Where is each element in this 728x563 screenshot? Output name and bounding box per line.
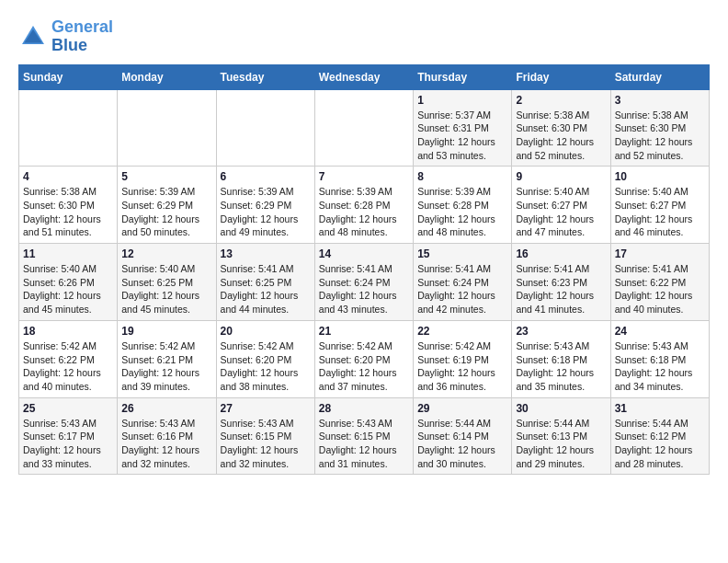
calendar-cell: 4Sunrise: 5:38 AMSunset: 6:30 PMDaylight…	[19, 167, 118, 244]
day-info: Sunrise: 5:43 AMSunset: 6:15 PMDaylight:…	[319, 417, 409, 471]
day-info: Sunrise: 5:42 AMSunset: 6:22 PMDaylight:…	[23, 339, 113, 394]
day-number: 5	[121, 170, 211, 183]
day-info: Sunrise: 5:39 AMSunset: 6:29 PMDaylight:…	[121, 185, 211, 239]
calendar-cell	[314, 89, 413, 167]
logo-icon	[18, 22, 48, 52]
calendar-cell: 30Sunrise: 5:44 AMSunset: 6:13 PMDayligh…	[512, 397, 610, 475]
calendar-cell: 2Sunrise: 5:38 AMSunset: 6:30 PMDaylight…	[512, 89, 610, 167]
day-info: Sunrise: 5:40 AMSunset: 6:25 PMDaylight:…	[121, 262, 211, 316]
day-info: Sunrise: 5:39 AMSunset: 6:29 PMDaylight:…	[221, 185, 311, 239]
calendar-cell	[19, 89, 118, 167]
weekday-header: Sunday	[19, 64, 118, 89]
day-number: 11	[23, 247, 113, 260]
day-info: Sunrise: 5:44 AMSunset: 6:13 PMDaylight:…	[516, 417, 606, 471]
calendar-cell: 29Sunrise: 5:44 AMSunset: 6:14 PMDayligh…	[414, 397, 512, 475]
day-info: Sunrise: 5:42 AMSunset: 6:19 PMDaylight:…	[417, 339, 507, 394]
calendar-cell: 6Sunrise: 5:39 AMSunset: 6:29 PMDaylight…	[216, 167, 314, 244]
calendar-week-row: 25Sunrise: 5:43 AMSunset: 6:17 PMDayligh…	[19, 397, 710, 475]
day-info: Sunrise: 5:41 AMSunset: 6:25 PMDaylight:…	[221, 262, 311, 316]
day-info: Sunrise: 5:43 AMSunset: 6:15 PMDaylight:…	[221, 417, 311, 471]
day-info: Sunrise: 5:42 AMSunset: 6:20 PMDaylight:…	[319, 339, 409, 394]
weekday-header-row: SundayMondayTuesdayWednesdayThursdayFrid…	[19, 64, 710, 89]
day-number: 18	[23, 325, 113, 338]
day-info: Sunrise: 5:41 AMSunset: 6:24 PMDaylight:…	[319, 262, 409, 316]
page-header: General Blue	[18, 18, 710, 55]
day-number: 17	[615, 247, 705, 260]
day-number: 22	[417, 325, 507, 338]
weekday-header: Friday	[512, 64, 610, 89]
day-number: 4	[23, 170, 113, 183]
day-info: Sunrise: 5:44 AMSunset: 6:12 PMDaylight:…	[615, 417, 705, 471]
calendar-cell: 24Sunrise: 5:43 AMSunset: 6:18 PMDayligh…	[610, 320, 709, 397]
day-number: 8	[417, 170, 507, 183]
calendar-week-row: 18Sunrise: 5:42 AMSunset: 6:22 PMDayligh…	[19, 320, 710, 397]
day-info: Sunrise: 5:43 AMSunset: 6:18 PMDaylight:…	[516, 339, 606, 394]
weekday-header: Wednesday	[314, 64, 413, 89]
calendar-cell: 18Sunrise: 5:42 AMSunset: 6:22 PMDayligh…	[19, 320, 118, 397]
day-number: 30	[516, 402, 606, 415]
calendar-cell	[118, 89, 216, 167]
calendar-cell: 9Sunrise: 5:40 AMSunset: 6:27 PMDaylight…	[512, 167, 610, 244]
day-info: Sunrise: 5:39 AMSunset: 6:28 PMDaylight:…	[319, 185, 409, 239]
weekday-header: Thursday	[414, 64, 512, 89]
day-info: Sunrise: 5:42 AMSunset: 6:21 PMDaylight:…	[121, 339, 211, 394]
day-number: 24	[615, 325, 705, 338]
day-number: 25	[23, 402, 113, 415]
calendar-cell: 8Sunrise: 5:39 AMSunset: 6:28 PMDaylight…	[414, 167, 512, 244]
calendar-cell: 22Sunrise: 5:42 AMSunset: 6:19 PMDayligh…	[414, 320, 512, 397]
day-number: 10	[615, 170, 705, 183]
day-number: 12	[121, 247, 211, 260]
day-number: 3	[615, 94, 705, 107]
calendar-table: SundayMondayTuesdayWednesdayThursdayFrid…	[18, 64, 710, 476]
calendar-header: SundayMondayTuesdayWednesdayThursdayFrid…	[19, 64, 710, 89]
calendar-week-row: 11Sunrise: 5:40 AMSunset: 6:26 PMDayligh…	[19, 244, 710, 321]
day-info: Sunrise: 5:40 AMSunset: 6:26 PMDaylight:…	[23, 262, 113, 316]
day-info: Sunrise: 5:42 AMSunset: 6:20 PMDaylight:…	[221, 339, 311, 394]
day-info: Sunrise: 5:40 AMSunset: 6:27 PMDaylight:…	[516, 185, 606, 239]
calendar-cell: 13Sunrise: 5:41 AMSunset: 6:25 PMDayligh…	[216, 244, 314, 321]
day-number: 31	[615, 402, 705, 415]
day-info: Sunrise: 5:41 AMSunset: 6:22 PMDaylight:…	[615, 262, 705, 316]
calendar-cell: 14Sunrise: 5:41 AMSunset: 6:24 PMDayligh…	[314, 244, 413, 321]
day-number: 7	[319, 170, 409, 183]
calendar-cell: 7Sunrise: 5:39 AMSunset: 6:28 PMDaylight…	[314, 167, 413, 244]
calendar-cell: 20Sunrise: 5:42 AMSunset: 6:20 PMDayligh…	[216, 320, 314, 397]
calendar-week-row: 4Sunrise: 5:38 AMSunset: 6:30 PMDaylight…	[19, 167, 710, 244]
day-number: 27	[221, 402, 311, 415]
calendar-cell: 19Sunrise: 5:42 AMSunset: 6:21 PMDayligh…	[118, 320, 216, 397]
day-number: 14	[319, 247, 409, 260]
day-number: 15	[417, 247, 507, 260]
calendar-cell: 10Sunrise: 5:40 AMSunset: 6:27 PMDayligh…	[610, 167, 709, 244]
calendar-body: 1Sunrise: 5:37 AMSunset: 6:31 PMDaylight…	[19, 89, 710, 475]
calendar-cell: 1Sunrise: 5:37 AMSunset: 6:31 PMDaylight…	[414, 89, 512, 167]
day-number: 23	[516, 325, 606, 338]
day-number: 28	[319, 402, 409, 415]
calendar-cell: 27Sunrise: 5:43 AMSunset: 6:15 PMDayligh…	[216, 397, 314, 475]
day-number: 16	[516, 247, 606, 260]
calendar-cell: 16Sunrise: 5:41 AMSunset: 6:23 PMDayligh…	[512, 244, 610, 321]
weekday-header: Monday	[118, 64, 216, 89]
calendar-cell	[216, 89, 314, 167]
calendar-cell: 15Sunrise: 5:41 AMSunset: 6:24 PMDayligh…	[414, 244, 512, 321]
calendar-cell: 25Sunrise: 5:43 AMSunset: 6:17 PMDayligh…	[19, 397, 118, 475]
calendar-cell: 23Sunrise: 5:43 AMSunset: 6:18 PMDayligh…	[512, 320, 610, 397]
day-number: 6	[221, 170, 311, 183]
day-info: Sunrise: 5:43 AMSunset: 6:16 PMDaylight:…	[121, 417, 211, 471]
day-number: 9	[516, 170, 606, 183]
day-info: Sunrise: 5:43 AMSunset: 6:17 PMDaylight:…	[23, 417, 113, 471]
calendar-cell: 21Sunrise: 5:42 AMSunset: 6:20 PMDayligh…	[314, 320, 413, 397]
calendar-cell: 3Sunrise: 5:38 AMSunset: 6:30 PMDaylight…	[610, 89, 709, 167]
calendar-cell: 12Sunrise: 5:40 AMSunset: 6:25 PMDayligh…	[118, 244, 216, 321]
calendar-cell: 11Sunrise: 5:40 AMSunset: 6:26 PMDayligh…	[19, 244, 118, 321]
day-number: 26	[121, 402, 211, 415]
logo-text: General Blue	[51, 18, 113, 55]
day-number: 19	[121, 325, 211, 338]
day-number: 29	[417, 402, 507, 415]
day-info: Sunrise: 5:44 AMSunset: 6:14 PMDaylight:…	[417, 417, 507, 471]
day-number: 21	[319, 325, 409, 338]
day-number: 13	[221, 247, 311, 260]
day-info: Sunrise: 5:41 AMSunset: 6:24 PMDaylight:…	[417, 262, 507, 316]
weekday-header: Tuesday	[216, 64, 314, 89]
weekday-header: Saturday	[610, 64, 709, 89]
calendar-week-row: 1Sunrise: 5:37 AMSunset: 6:31 PMDaylight…	[19, 89, 710, 167]
